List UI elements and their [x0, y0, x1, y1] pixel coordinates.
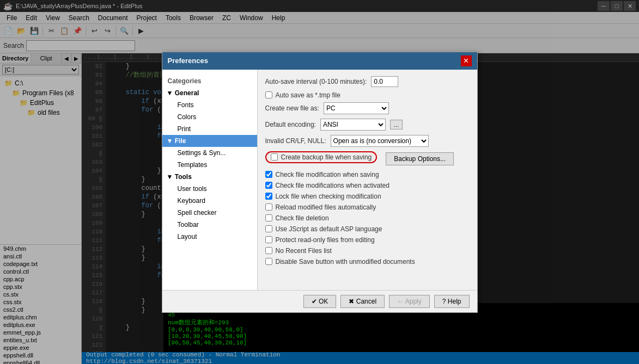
cb-disable-save-row: Disable Save button with unmodified docu… — [265, 258, 470, 266]
jscript-checkbox[interactable] — [265, 225, 272, 232]
readonly-label: Protect read-only files from editing — [276, 236, 375, 244]
cat-toolbar[interactable]: Toolbar — [171, 219, 257, 231]
lock-file-checkbox[interactable] — [265, 193, 272, 200]
readonly-checkbox[interactable] — [265, 236, 272, 243]
dialog-content: Auto-save interval (0-100 minutes): Auto… — [258, 70, 477, 290]
cb-check-mod-activated-row: Check file modifications when activated — [265, 182, 470, 189]
cat-user-tools[interactable]: User tools — [171, 183, 257, 195]
apply-icon: ← — [397, 298, 404, 305]
create-backup-label: Create backup file when saving — [281, 153, 372, 161]
cb-no-recent-row: No Recent Files list — [265, 247, 470, 255]
dialog-body: Categories ▼ General Fonts Colors Print … — [162, 70, 477, 290]
autosave-label: Auto-save interval (0-100 minutes): — [265, 78, 367, 85]
ok-icon: ✔ — [312, 298, 317, 305]
jscript-label: Use JScript as default ASP language — [276, 225, 382, 233]
autosave-tmp-row: Auto save as *.tmp file — [265, 91, 470, 99]
check-mod-activated-checkbox[interactable] — [265, 182, 272, 189]
autosave-tmp-label: Auto save as *.tmp file — [276, 91, 340, 99]
check-mod-activated-label: Check file modifications when activated — [276, 182, 390, 189]
dialog-title-bar: Preferences ✕ — [162, 52, 477, 70]
cat-settings[interactable]: Settings & Syn... — [171, 147, 257, 159]
cat-sub-tools: User tools Keyboard Spell checker Toolba… — [162, 183, 257, 243]
dialog-title: Preferences — [168, 57, 208, 65]
cb-lock-file-row: Lock file when checking modification — [265, 193, 470, 200]
create-new-file-row: Create new file as: PC Unix Mac — [265, 102, 470, 114]
encoding-select[interactable]: ANSI UTF-8 — [320, 119, 386, 131]
help-button[interactable]: ? Help — [434, 295, 470, 308]
cat-general-header[interactable]: ▼ General — [162, 87, 257, 99]
cb-reload-row: Reload modified files automatically — [265, 203, 470, 211]
cb-check-mod-saving-row: Check file modification when saving — [265, 171, 470, 178]
apply-button[interactable]: ← Apply — [389, 295, 430, 308]
cat-keyboard[interactable]: Keyboard — [171, 195, 257, 207]
create-new-file-label: Create new file as: — [265, 104, 319, 112]
encoding-dots-button[interactable]: ... — [390, 120, 403, 129]
cat-spell-checker[interactable]: Spell checker — [171, 207, 257, 219]
ok-label: OK — [319, 298, 328, 305]
crlf-select[interactable]: Open as is (no conversion) — [331, 135, 429, 147]
check-mod-saving-checkbox[interactable] — [265, 171, 272, 178]
lock-file-label: Lock file when checking modification — [276, 193, 381, 200]
dialog-overlay: Preferences ✕ Categories ▼ General Fonts… — [0, 0, 639, 364]
reload-checkbox[interactable] — [265, 203, 272, 211]
dialog-footer: ✔ OK ✖ Cancel ← Apply ? Help — [162, 290, 477, 312]
cb-jscript-row: Use JScript as default ASP language — [265, 225, 470, 233]
check-deletion-checkbox[interactable] — [265, 214, 272, 221]
cancel-button[interactable]: ✖ Cancel — [340, 295, 385, 308]
dialog-close-button[interactable]: ✕ — [461, 55, 472, 66]
encoding-label: Default encoding: — [265, 121, 316, 128]
backup-highlight: Create backup file when saving — [265, 151, 378, 163]
ok-button[interactable]: ✔ OK — [303, 295, 337, 308]
autosave-tmp-checkbox[interactable] — [265, 91, 272, 98]
preferences-dialog: Preferences ✕ Categories ▼ General Fonts… — [162, 52, 478, 313]
crlf-label: Invalid CR/LF, NULL: — [265, 137, 326, 145]
encoding-row: Default encoding: ANSI UTF-8 ... — [265, 119, 470, 131]
help-label: Help — [448, 298, 461, 305]
cat-layout[interactable]: Layout — [171, 231, 257, 243]
disable-save-checkbox[interactable] — [265, 258, 272, 265]
categories-label: Categories — [162, 74, 257, 87]
apply-label: Apply — [405, 298, 422, 305]
cancel-label: Cancel — [356, 298, 376, 305]
crlf-row: Invalid CR/LF, NULL: Open as is (no conv… — [265, 135, 470, 147]
cat-sub-file: Settings & Syn... Templates — [162, 147, 257, 171]
cb-readonly-row: Protect read-only files from editing — [265, 236, 470, 244]
cat-file-header[interactable]: ▼ File — [162, 135, 257, 147]
cat-sub-general: Fonts Colors Print — [162, 99, 257, 135]
cb-check-deletion-row: Check file deletion — [265, 214, 470, 222]
cat-colors[interactable]: Colors — [171, 111, 257, 123]
cancel-icon: ✖ — [349, 298, 354, 305]
cat-templates[interactable]: Templates — [171, 159, 257, 171]
backup-row: Create backup file when saving Backup Op… — [265, 151, 470, 166]
cat-tools-header[interactable]: ▼ Tools — [162, 171, 257, 183]
autosave-row: Auto-save interval (0-100 minutes): — [265, 76, 470, 87]
cat-fonts[interactable]: Fonts — [171, 99, 257, 111]
create-new-file-select[interactable]: PC Unix Mac — [324, 102, 389, 114]
disable-save-label: Disable Save button with unmodified docu… — [276, 258, 415, 266]
categories-panel: Categories ▼ General Fonts Colors Print … — [162, 70, 258, 290]
autosave-input[interactable] — [371, 76, 398, 87]
create-backup-checkbox[interactable] — [271, 153, 278, 161]
help-icon: ? — [442, 298, 446, 305]
check-deletion-label: Check file deletion — [276, 214, 329, 222]
no-recent-checkbox[interactable] — [265, 247, 272, 254]
no-recent-label: No Recent Files list — [276, 247, 332, 255]
reload-label: Reload modified files automatically — [276, 203, 376, 211]
check-mod-saving-label: Check file modification when saving — [276, 171, 379, 178]
cat-print[interactable]: Print — [171, 123, 257, 135]
backup-options-button[interactable]: Backup Options... — [386, 152, 454, 165]
